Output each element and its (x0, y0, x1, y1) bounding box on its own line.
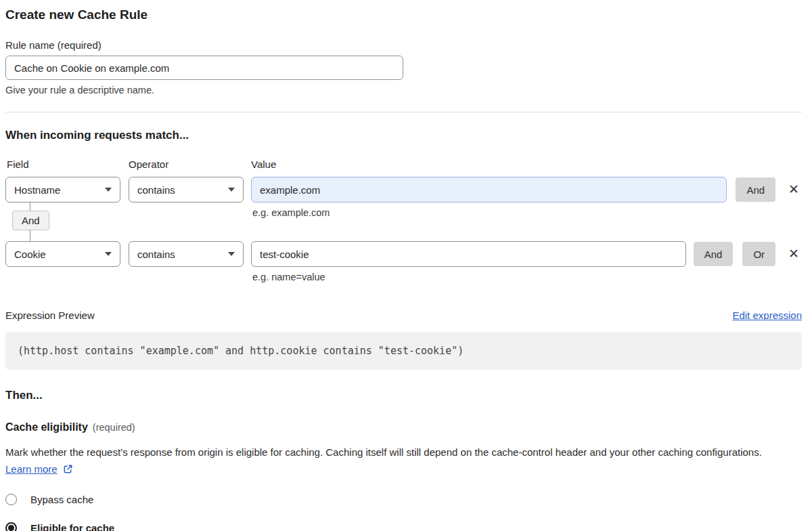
external-link-icon (63, 464, 73, 474)
required-note: (required) (93, 422, 135, 433)
chevron-down-icon (228, 252, 235, 256)
operator-select-value: contains (137, 184, 175, 196)
chevron-down-icon (228, 188, 235, 192)
chevron-down-icon (105, 252, 112, 256)
add-and-condition-button[interactable]: And (736, 177, 775, 202)
expression-code-block: (http.host contains "example.com" and ht… (5, 332, 802, 370)
cache-eligibility-title: Cache eligibility (5, 421, 88, 433)
expression-header: Expression Preview Edit expression (5, 310, 802, 321)
radio-label: Eligible for cache (30, 522, 114, 531)
field-select[interactable]: Cookie (5, 241, 120, 267)
field-select-value: Hostname (14, 184, 60, 196)
value-column: e.g. name=value (251, 241, 686, 267)
chevron-down-icon (105, 188, 112, 192)
page-title: Create new Cache Rule (5, 7, 802, 23)
operator-select[interactable]: contains (129, 241, 244, 267)
value-input[interactable] (251, 177, 727, 203)
value-hint: e.g. name=value (252, 272, 325, 282)
condition-row: Cookie contains e.g. name=value And Or ✕ (5, 241, 802, 267)
expression-preview-label: Expression Preview (5, 310, 95, 321)
connector-and-chip[interactable]: And (12, 211, 49, 230)
value-column: e.g. example.com (251, 177, 727, 203)
description-text: Mark whether the request’s response from… (5, 446, 762, 458)
radio-label: Bypass cache (30, 494, 93, 505)
condition-row: Hostname contains e.g. example.com And ✕ (5, 177, 802, 203)
edit-expression-link[interactable]: Edit expression (732, 310, 802, 321)
expression-code: (http.host contains "example.com" and ht… (18, 345, 464, 357)
learn-more-link[interactable]: Learn more (5, 463, 58, 475)
remove-condition-button[interactable]: ✕ (787, 177, 800, 203)
rule-name-label: Rule name (required) (5, 39, 802, 51)
value-column-label: Value (251, 158, 276, 170)
radio-selected-icon[interactable] (5, 522, 17, 531)
radio-option-eligible-for-cache[interactable]: Eligible for cache (5, 522, 802, 531)
value-input[interactable] (251, 241, 686, 267)
close-icon: ✕ (788, 247, 799, 261)
radio-unselected-icon[interactable] (5, 494, 17, 505)
then-heading: Then... (5, 389, 802, 402)
remove-condition-button[interactable]: ✕ (787, 241, 800, 267)
section-divider (5, 112, 802, 112)
add-or-condition-button[interactable]: Or (742, 242, 775, 266)
field-select-value: Cookie (14, 249, 46, 260)
field-column-label: Field (5, 158, 129, 170)
condition-connector: And (5, 203, 802, 241)
add-and-condition-button[interactable]: And (694, 242, 734, 266)
rule-name-input[interactable] (5, 56, 403, 80)
operator-column-label: Operator (129, 158, 251, 170)
match-heading: When incoming requests match... (5, 129, 802, 142)
operator-select-value: contains (137, 249, 175, 260)
close-icon: ✕ (788, 182, 799, 196)
operator-select[interactable]: contains (129, 177, 244, 203)
cache-eligibility-heading: Cache eligibility(required) (5, 421, 802, 433)
radio-option-bypass-cache[interactable]: Bypass cache (5, 494, 802, 505)
condition-column-labels: Field Operator Value (5, 158, 802, 170)
field-select[interactable]: Hostname (5, 177, 120, 203)
cache-eligibility-description: Mark whether the request’s response from… (5, 444, 787, 477)
rule-name-help: Give your rule a descriptive name. (5, 85, 802, 95)
